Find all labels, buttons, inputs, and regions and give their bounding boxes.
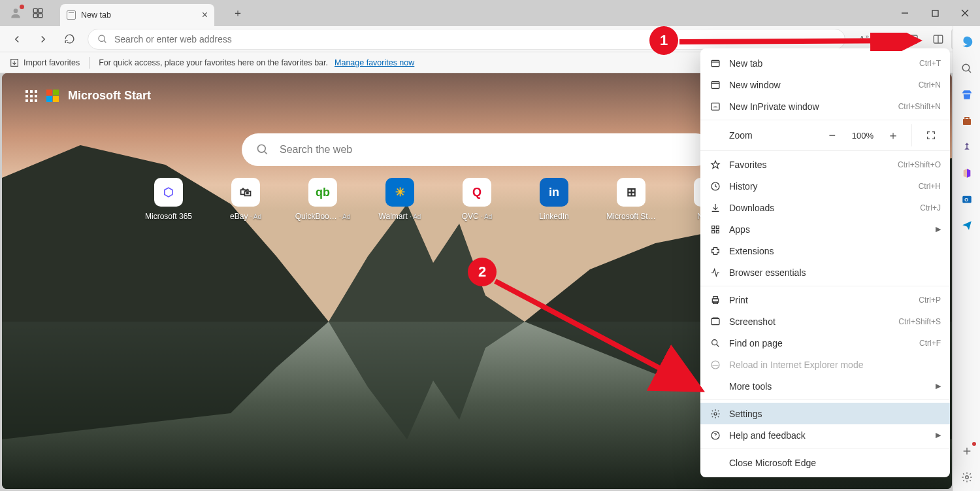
svg-line-22 bbox=[265, 152, 267, 154]
app-launcher-button[interactable] bbox=[25, 90, 37, 102]
browser-tab[interactable]: New tab × bbox=[60, 4, 214, 26]
menu-item-label: New window bbox=[729, 80, 911, 90]
import-favorites-button[interactable]: Import favorites bbox=[9, 58, 80, 68]
menu-item-help[interactable]: Help and feedback▶ bbox=[700, 424, 950, 446]
svg-rect-39 bbox=[712, 230, 715, 233]
history-icon bbox=[710, 181, 721, 192]
fullscreen-button[interactable] bbox=[921, 130, 941, 141]
read-aloud-button[interactable]: A» bbox=[852, 29, 875, 50]
web-search-placeholder: Search the web bbox=[280, 144, 352, 156]
address-bar[interactable] bbox=[88, 29, 845, 50]
window-controls bbox=[890, 0, 980, 26]
import-icon bbox=[9, 58, 20, 68]
tile-icon: Q bbox=[463, 178, 491, 207]
titlebar: New tab × ＋ bbox=[0, 0, 980, 26]
menu-item-favorites[interactable]: FavoritesCtrl+Shift+O bbox=[700, 154, 950, 175]
games-button[interactable] bbox=[960, 140, 974, 154]
split-screen-button[interactable] bbox=[926, 29, 950, 50]
manage-favorites-link[interactable]: Manage favorites now bbox=[335, 58, 414, 67]
svg-point-47 bbox=[711, 361, 719, 369]
menu-item-apps[interactable]: Apps▶ bbox=[700, 218, 950, 240]
m365-button[interactable] bbox=[960, 166, 974, 180]
tile-label: Walmart · Ad bbox=[379, 212, 421, 221]
menu-item-extensions[interactable]: Extensions bbox=[700, 240, 950, 262]
svg-rect-6 bbox=[932, 10, 938, 16]
outlook-button[interactable]: O bbox=[960, 192, 974, 207]
svg-rect-37 bbox=[712, 226, 715, 228]
close-window-button[interactable] bbox=[950, 0, 980, 26]
send-button[interactable] bbox=[960, 218, 974, 233]
menu-item-label: New InPrivate window bbox=[729, 101, 890, 112]
svg-rect-2 bbox=[39, 8, 42, 12]
quick-link-qvc[interactable]: QQVC · Ad bbox=[450, 178, 504, 221]
profile-notification-dot bbox=[20, 5, 24, 9]
quick-link-microsoft-365[interactable]: ⬡Microsoft 365 bbox=[142, 178, 195, 221]
maximize-button[interactable] bbox=[920, 0, 950, 26]
screenshot-icon bbox=[710, 316, 721, 327]
quick-link-ebay[interactable]: 🛍eBay · Ad bbox=[219, 178, 272, 221]
back-button[interactable] bbox=[5, 29, 29, 50]
zoom-in-button[interactable]: ＋ bbox=[884, 126, 902, 144]
annotation-1: 1 bbox=[649, 26, 678, 55]
star-icon bbox=[710, 160, 721, 170]
menu-item-new-inprivate[interactable]: New InPrivate windowCtrl+Shift+N bbox=[700, 95, 950, 117]
tab-title: New tab bbox=[81, 10, 111, 20]
tile-icon: qb bbox=[308, 178, 337, 207]
menu-item-downloads[interactable]: DownloadsCtrl+J bbox=[700, 197, 950, 218]
quick-link-quickbooks[interactable]: qbQuickBoo… · Ad bbox=[296, 178, 350, 221]
web-search-box[interactable]: Search the web bbox=[242, 133, 712, 166]
new-tab-button[interactable]: ＋ bbox=[229, 4, 247, 22]
address-input[interactable] bbox=[114, 34, 836, 44]
tile-label: Microsoft St… bbox=[606, 212, 655, 221]
favorite-button[interactable] bbox=[877, 29, 900, 50]
svg-rect-1 bbox=[33, 8, 37, 12]
tools-button[interactable] bbox=[960, 114, 974, 128]
ie-icon bbox=[710, 360, 721, 370]
menu-separator bbox=[700, 120, 950, 120]
copilot-button[interactable] bbox=[960, 35, 974, 50]
svg-rect-25 bbox=[963, 119, 971, 125]
pulse-icon bbox=[710, 267, 721, 278]
zoom-out-button[interactable]: − bbox=[823, 126, 841, 144]
menu-item-close-edge[interactable]: Close Microsoft Edge bbox=[700, 452, 950, 473]
menu-item-more-tools[interactable]: More tools▶ bbox=[700, 375, 950, 397]
forward-button[interactable] bbox=[31, 29, 55, 50]
find-icon bbox=[710, 338, 721, 348]
quick-link-linkedin[interactable]: inLinkedIn bbox=[527, 178, 581, 221]
minimize-button[interactable] bbox=[890, 0, 920, 26]
menu-item-essentials[interactable]: Browser essentials bbox=[700, 262, 950, 283]
sidebar-add-button[interactable] bbox=[960, 444, 974, 458]
svg-rect-44 bbox=[711, 318, 719, 324]
menu-item-label: Apps bbox=[729, 224, 928, 235]
menu-item-new-tab[interactable]: New tabCtrl+T bbox=[700, 52, 950, 74]
profile-button[interactable] bbox=[9, 7, 22, 20]
favorites-hint: For quick access, place your favorites h… bbox=[99, 58, 328, 67]
collections-button[interactable] bbox=[902, 29, 925, 50]
svg-line-46 bbox=[717, 345, 719, 347]
menu-separator bbox=[700, 150, 950, 151]
menu-item-label: Browser essentials bbox=[729, 267, 941, 278]
quick-link-microsoft-store[interactable]: ⊞Microsoft St… bbox=[604, 178, 658, 221]
tile-label: LinkedIn bbox=[539, 212, 568, 221]
print-icon bbox=[710, 295, 721, 305]
sidebar-search-button[interactable] bbox=[960, 61, 974, 76]
menu-item-screenshot[interactable]: ScreenshotCtrl+Shift+S bbox=[700, 311, 950, 332]
settings-and-more-menu: New tabCtrl+TNew windowCtrl+NNew InPriva… bbox=[700, 48, 950, 477]
refresh-button[interactable] bbox=[57, 29, 81, 50]
svg-rect-42 bbox=[713, 296, 718, 298]
menu-item-new-window[interactable]: New windowCtrl+N bbox=[700, 74, 950, 95]
menu-item-settings[interactable]: Settings bbox=[700, 403, 950, 424]
menu-item-find[interactable]: Find on pageCtrl+F bbox=[700, 332, 950, 354]
menu-item-label: Close Microsoft Edge bbox=[729, 458, 941, 468]
menu-item-print[interactable]: PrintCtrl+P bbox=[700, 289, 950, 311]
quick-link-walmart[interactable]: ✳Walmart · Ad bbox=[373, 178, 427, 221]
svg-line-24 bbox=[968, 70, 971, 73]
menu-item-shortcut: Ctrl+H bbox=[919, 182, 941, 191]
sidebar-settings-button[interactable] bbox=[960, 470, 974, 484]
workspaces-button[interactable] bbox=[31, 7, 44, 20]
edge-sidebar: O bbox=[953, 26, 980, 491]
shopping-button[interactable] bbox=[960, 88, 974, 102]
menu-item-history[interactable]: HistoryCtrl+H bbox=[700, 175, 950, 197]
menu-item-ie-mode: Reload in Internet Explorer mode bbox=[700, 354, 950, 375]
close-tab-button[interactable]: × bbox=[202, 9, 208, 21]
